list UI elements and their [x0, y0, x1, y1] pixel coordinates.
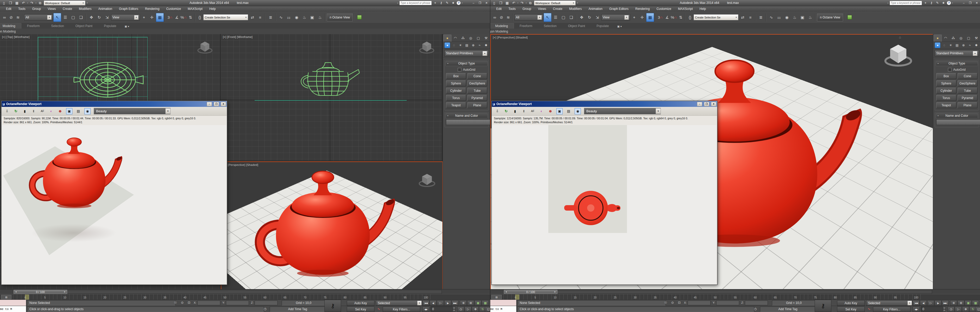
frame-back-icon[interactable]: ◄	[505, 291, 507, 293]
name-color-rollout-header[interactable]: - Name and Color	[936, 113, 978, 118]
category-cameras-icon[interactable]: ▤	[955, 43, 960, 48]
window-crossing-icon[interactable]: ❏	[77, 13, 84, 22]
ribbon-tab-modeling[interactable]: Modeling	[490, 23, 514, 29]
viewport-perspective[interactable]: [+] [Perspective] [Shaded]	[221, 162, 443, 290]
unlink-selection-icon[interactable]: ⊘	[8, 13, 14, 22]
time-tag-icon[interactable]: ◷	[753, 307, 758, 311]
select-object-icon[interactable]: ↖	[544, 13, 552, 22]
primitive-button[interactable]: Tube	[467, 88, 487, 93]
undo-icon[interactable]: ↶	[511, 0, 517, 5]
octane-minimize-icon[interactable]: –	[207, 102, 212, 106]
qat-customize-icon[interactable]: ▼	[86, 2, 88, 4]
category-systems-icon[interactable]: ✱	[974, 43, 979, 48]
percent-snap-icon[interactable]: %∩	[671, 13, 677, 22]
coord-z-field[interactable]	[255, 301, 278, 305]
named-selection-set-dropdown[interactable]: Create Selection Se ▼	[694, 14, 738, 20]
menu-item[interactable]: Animation	[95, 7, 116, 11]
tab-create-icon[interactable]: ✶	[443, 35, 452, 41]
primitive-button[interactable]: Tube	[958, 88, 978, 93]
octane-export-icon[interactable]: ⇩	[4, 108, 10, 114]
search-icon[interactable]: ⌖	[923, 0, 928, 5]
key-mode-toggle[interactable]: ◀▶	[913, 307, 920, 312]
select-and-link-icon[interactable]: ∞	[1, 13, 8, 22]
percent-snap-icon[interactable]: %∩	[180, 13, 187, 22]
open-octane-viewport-button[interactable]: n Octane View	[817, 14, 843, 21]
select-and-move-icon[interactable]: ✥	[578, 13, 585, 22]
previous-frame-button[interactable]: ◀|	[430, 300, 437, 306]
coord-y-field[interactable]	[716, 301, 739, 305]
ribbon-tab-freeform[interactable]: Freeform	[514, 24, 538, 29]
new-file-icon[interactable]: ▯	[491, 0, 497, 5]
redo-flyout-icon[interactable]: ▾	[35, 2, 37, 4]
selection-filter-dropdown[interactable]: All ▼	[514, 14, 543, 21]
auto-key-button[interactable]: Auto Key	[347, 300, 374, 306]
menu-item[interactable]: Animation	[585, 7, 606, 11]
octane-pause-icon[interactable]: ‖	[31, 108, 37, 114]
octane-autofocus-icon[interactable]: AF	[40, 108, 45, 114]
track-bar[interactable]: ▤ 05101520253035404550556065707580859095…	[490, 294, 980, 300]
schematic-view-icon[interactable]: ⚏	[775, 13, 783, 22]
edit-named-selection-sets-icon[interactable]: {}	[687, 13, 693, 22]
tab-utilities-icon[interactable]: ⚒	[973, 35, 980, 41]
mini-curve-editor-button[interactable]: ▤	[491, 295, 502, 299]
octane-close-icon[interactable]: ✕	[711, 102, 716, 106]
unlink-selection-icon[interactable]: ⊘	[498, 13, 504, 22]
ribbon-tab-object-paint[interactable]: Object Paint	[562, 24, 591, 29]
material-editor-icon[interactable]: ◉	[293, 13, 300, 22]
menu-item[interactable]: Help	[206, 7, 219, 11]
save-file-icon[interactable]: ▦	[14, 0, 20, 5]
go-to-end-button[interactable]: ▶▶|	[452, 300, 458, 306]
octane-render-image[interactable]	[492, 125, 716, 284]
viewport-perspective-label[interactable]: [+] [Perspective] [Shaded]	[493, 36, 528, 39]
undo-flyout-icon[interactable]: ▾	[27, 2, 28, 4]
go-to-start-button[interactable]: |◀◀	[422, 300, 430, 306]
primitive-button[interactable]: Cone	[467, 73, 487, 79]
primitive-button[interactable]: Plane	[958, 102, 978, 108]
play-button[interactable]: ▷	[927, 300, 934, 306]
spinner-down-icon[interactable]: ▼	[943, 309, 946, 312]
octane-display-icon[interactable]: ▣	[66, 108, 72, 114]
new-file-icon[interactable]: ▯	[1, 0, 7, 5]
selection-filter-dropdown[interactable]: All ▼	[24, 14, 53, 21]
category-cameras-icon[interactable]: ▤	[464, 43, 469, 48]
octane-render-viewport-window[interactable]: ◪ OctaneRender Viewport – ❐ ✕ ⇩ ↻ ▮ ‖ AF…	[492, 101, 717, 285]
spinner-up-icon[interactable]: ▲	[452, 307, 456, 309]
rendered-frame-window-icon[interactable]: ▣	[309, 13, 316, 22]
viewcube[interactable]	[418, 172, 436, 189]
octane-render-image[interactable]	[2, 125, 226, 284]
menu-item[interactable]: Views	[44, 7, 59, 11]
workspace-selector[interactable]: Workspace: Default ▼	[534, 0, 576, 5]
play-button[interactable]: ▷	[437, 300, 444, 306]
zoom-extents-icon[interactable]: ▣	[965, 300, 972, 306]
curve-editor-icon[interactable]: ∿	[277, 13, 285, 22]
new-key-filter-curve-icon[interactable]: ∿	[866, 307, 872, 312]
rectangular-selection-icon[interactable]: ▢	[560, 13, 567, 22]
category-geometry-icon[interactable]: ●	[935, 43, 940, 48]
minimize-icon[interactable]: –	[471, 0, 476, 5]
reference-coordinate-dropdown[interactable]: View ▼	[111, 14, 140, 21]
spinner-snap-icon[interactable]: ⇅	[678, 13, 684, 22]
menu-item[interactable]: Group	[519, 7, 535, 11]
spinner-up-icon[interactable]: ▲	[943, 307, 946, 309]
undo-icon[interactable]: ↶	[21, 0, 26, 5]
search-icon[interactable]: ⌖	[433, 0, 438, 5]
primitive-button[interactable]: Cylinder	[936, 88, 956, 93]
set-key-button[interactable]: Set Key	[347, 307, 374, 312]
tab-utilities-icon[interactable]: ⚒	[482, 35, 490, 41]
redo-icon[interactable]: ↷	[519, 0, 525, 5]
primitive-button[interactable]: GeoSphere	[467, 80, 487, 86]
ribbon-tab-modeling[interactable]: Modeling	[0, 23, 21, 29]
maxscript-mini-listener[interactable]: me to M	[0, 306, 26, 312]
menu-item[interactable]: Rendering	[632, 7, 653, 11]
object-type-rollout-header[interactable]: - Object Type	[936, 61, 978, 66]
primitive-button[interactable]: Sphere	[446, 80, 466, 86]
object-type-rollout-header[interactable]: - Object Type	[445, 61, 488, 66]
schematic-view-icon[interactable]: ⚏	[285, 13, 293, 22]
angle-snap-icon[interactable]: ∡	[664, 13, 670, 22]
primitive-button[interactable]: Pyramid	[467, 95, 487, 101]
teapot-wireframe-top[interactable]	[72, 59, 144, 100]
frame-forward-icon[interactable]: ►	[64, 291, 66, 293]
tab-display-icon[interactable]: ▢	[475, 35, 482, 41]
previous-frame-button[interactable]: ◀|	[920, 300, 927, 306]
tab-modify-icon[interactable]: ◠	[942, 35, 950, 41]
